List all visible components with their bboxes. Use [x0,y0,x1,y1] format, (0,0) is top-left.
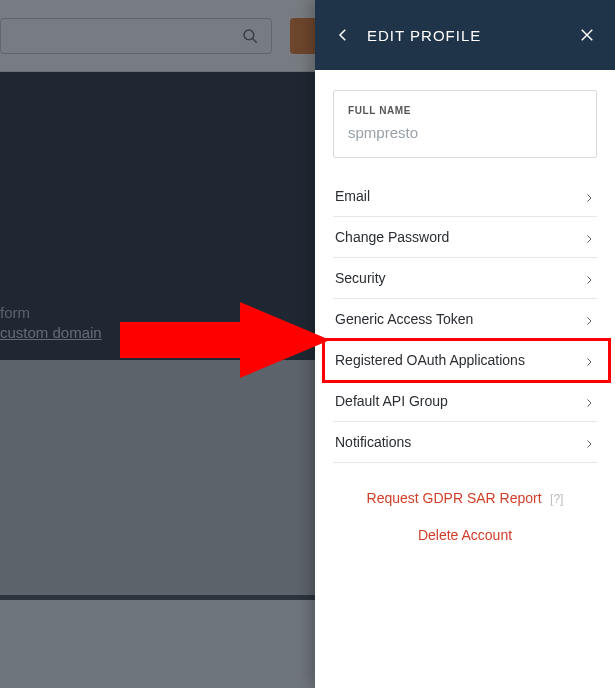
primary-action-button[interactable] [290,18,315,54]
menu-item-label: Registered OAuth Applications [335,352,525,368]
footer-area [0,600,315,688]
gdpr-sar-link[interactable]: Request GDPR SAR Report [367,490,542,506]
back-button[interactable] [333,25,353,45]
custom-domain-link[interactable]: custom domain [0,324,102,341]
chevron-right-icon [583,190,595,202]
menu-item-registered-oauth-applications[interactable]: Registered OAuth Applications [333,340,597,381]
settings-menu: EmailChange PasswordSecurityGeneric Acce… [333,176,597,463]
chevron-right-icon [583,436,595,448]
action-links: Request GDPR SAR Report [?] Delete Accou… [333,489,597,543]
menu-item-email[interactable]: Email [333,176,597,217]
panel-title: EDIT PROFILE [367,27,563,44]
full-name-field[interactable]: FULL NAME spmpresto [333,90,597,158]
menu-item-label: Generic Access Token [335,311,473,327]
svg-point-0 [244,30,254,40]
full-name-label: FULL NAME [348,105,582,116]
menu-item-change-password[interactable]: Change Password [333,217,597,258]
menu-item-label: Default API Group [335,393,448,409]
platform-text: form [0,304,30,321]
search-input[interactable] [0,18,272,54]
panel-body: FULL NAME spmpresto EmailChange Password… [315,70,615,563]
gdpr-help-icon[interactable]: [?] [550,492,563,506]
menu-item-security[interactable]: Security [333,258,597,299]
close-button[interactable] [577,25,597,45]
menu-item-label: Security [335,270,386,286]
chevron-right-icon [583,395,595,407]
top-bar [0,0,315,72]
full-name-value: spmpresto [348,124,582,141]
content-area [0,360,315,595]
menu-item-default-api-group[interactable]: Default API Group [333,381,597,422]
dashboard-panel: form custom domain NOV 11 [0,72,315,360]
menu-item-label: Notifications [335,434,411,450]
svg-line-1 [253,39,257,43]
search-icon [241,27,259,45]
menu-item-label: Email [335,188,370,204]
menu-item-label: Change Password [335,229,449,245]
chevron-right-icon [583,272,595,284]
menu-item-notifications[interactable]: Notifications [333,422,597,463]
menu-item-generic-access-token[interactable]: Generic Access Token [333,299,597,340]
delete-account-link[interactable]: Delete Account [333,527,597,543]
chevron-right-icon [583,313,595,325]
panel-header: EDIT PROFILE [315,0,615,70]
edit-profile-panel: EDIT PROFILE FULL NAME spmpresto EmailCh… [315,0,615,688]
app-background: form custom domain NOV 11 [0,0,315,688]
chevron-right-icon [583,231,595,243]
chevron-right-icon [583,354,595,366]
